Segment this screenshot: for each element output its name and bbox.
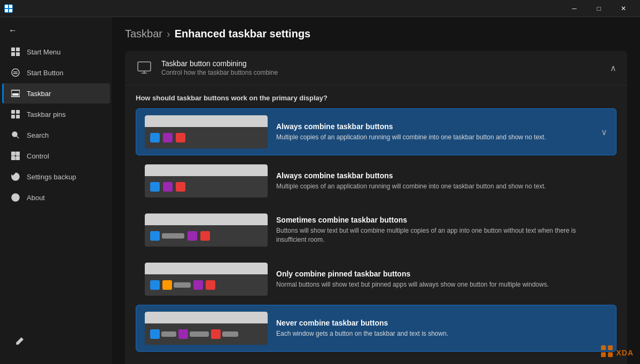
watermark-text: XDA <box>616 349 634 357</box>
preview-bottom-5 <box>145 323 268 345</box>
preview-line-5a <box>161 331 176 337</box>
taskbar-combining-section: Taskbar button combining Control how the… <box>125 51 627 364</box>
sidebar-item-edit[interactable] <box>9 331 31 351</box>
svg-rect-10 <box>13 73 18 74</box>
sidebar-label-settings-backup: Settings backup <box>27 173 76 181</box>
option-only-pinned[interactable]: Only combine pinned taskbar buttons Norm… <box>136 256 616 303</box>
sidebar-item-taskbar-pins[interactable]: Taskbar pins <box>2 104 110 124</box>
preview-top-1 <box>145 115 268 127</box>
svg-rect-32 <box>608 352 613 357</box>
app-layout: ← Start Menu Start Button Taskbar Taskba <box>0 17 640 364</box>
watermark: XDA <box>601 345 634 360</box>
preview-dot-blue-4 <box>150 280 160 290</box>
sidebar-label-start-menu: Start Menu <box>27 48 61 56</box>
preview-top-4 <box>145 263 268 274</box>
svg-rect-22 <box>16 156 20 160</box>
preview-dot-red-3 <box>200 231 210 241</box>
maximize-button[interactable]: □ <box>587 0 611 17</box>
svg-rect-0 <box>5 5 8 8</box>
search-icon <box>11 130 20 140</box>
close-button[interactable]: ✕ <box>611 0 636 17</box>
sidebar-item-control[interactable]: Control <box>2 146 110 166</box>
sidebar-label-search: Search <box>27 131 49 139</box>
preview-dot-purple-2 <box>163 182 173 192</box>
preview-bottom-4 <box>145 274 268 296</box>
option-sometimes-combine[interactable]: Sometimes combine taskbar buttons Button… <box>136 207 616 254</box>
option-preview-3 <box>145 213 268 247</box>
option-text-5: Never combine taskbar buttons Each windo… <box>276 319 607 338</box>
minimize-button[interactable]: ─ <box>562 0 587 17</box>
svg-rect-5 <box>16 48 20 51</box>
preview-top-5 <box>145 312 268 323</box>
svg-rect-2 <box>5 9 8 12</box>
sidebar-item-start-menu[interactable]: Start Menu <box>2 42 110 62</box>
back-arrow-icon: ← <box>9 26 17 35</box>
svg-rect-9 <box>13 72 18 73</box>
settings-backup-icon <box>11 172 20 181</box>
sidebar-item-taskbar[interactable]: Taskbar <box>2 83 110 104</box>
section-header[interactable]: Taskbar button combining Control how the… <box>125 51 627 85</box>
svg-rect-12 <box>12 93 19 96</box>
svg-rect-4 <box>11 48 15 51</box>
section-subtitle: Control how the taskbar buttons combine <box>161 69 278 76</box>
sidebar-item-start-button[interactable]: Start Button <box>2 62 110 83</box>
option-title-1: Always combine taskbar buttons <box>276 122 592 131</box>
sidebar-label-taskbar: Taskbar <box>27 90 51 98</box>
section-header-left: Taskbar button combining Control how the… <box>136 59 278 76</box>
option-desc-2: Multiple copies of an application runnin… <box>276 182 607 191</box>
preview-dot-red-2 <box>176 182 185 192</box>
preview-dot-red-5 <box>211 329 221 339</box>
svg-rect-15 <box>11 115 15 118</box>
sidebar-item-search[interactable]: Search <box>2 125 110 145</box>
svg-line-18 <box>17 136 19 138</box>
preview-top-3 <box>145 213 268 225</box>
breadcrumb: Taskbar › Enhanced taskbar settings <box>125 28 627 40</box>
option-expand-chevron-1[interactable]: ∨ <box>601 127 607 137</box>
preview-line-5c <box>222 331 238 337</box>
svg-rect-30 <box>608 345 613 350</box>
breadcrumb-separator: › <box>167 28 170 40</box>
section-header-text: Taskbar button combining Control how the… <box>161 59 278 76</box>
option-preview-5 <box>145 312 268 345</box>
option-preview-1 <box>145 115 268 148</box>
option-always-combine[interactable]: Always combine taskbar buttons Multiple … <box>136 157 616 204</box>
breadcrumb-current: Enhanced taskbar settings <box>175 28 311 40</box>
svg-rect-21 <box>11 156 15 160</box>
svg-rect-7 <box>16 52 20 56</box>
svg-rect-16 <box>16 115 20 118</box>
option-title-3: Sometimes combine taskbar buttons <box>276 216 607 224</box>
svg-point-25 <box>15 195 16 196</box>
section-title: Taskbar button combining <box>161 59 278 68</box>
section-collapse-chevron[interactable]: ∧ <box>610 63 616 73</box>
preview-bottom-3 <box>145 225 268 247</box>
svg-point-8 <box>12 69 19 76</box>
preview-dot-blue-2 <box>150 182 160 192</box>
svg-rect-1 <box>9 5 12 8</box>
sidebar-label-start-button: Start Button <box>27 69 64 77</box>
start-button-icon <box>11 68 20 77</box>
preview-bottom-1 <box>145 127 268 148</box>
preview-top-2 <box>145 164 268 176</box>
option-preview-4 <box>145 263 268 296</box>
svg-rect-3 <box>9 9 12 12</box>
sidebar-label-about: About <box>27 194 45 202</box>
back-button[interactable]: ← <box>0 21 112 39</box>
option-desc-3: Buttons will show text but will combine … <box>276 226 607 244</box>
preview-dot-purple-5 <box>178 329 188 339</box>
preview-dot-red-4 <box>206 280 215 290</box>
option-always-combine-selected[interactable]: Always combine taskbar buttons Multiple … <box>136 108 616 155</box>
preview-dot-blue-5 <box>150 329 160 339</box>
preview-dot-red-1 <box>176 133 185 143</box>
sidebar-item-about[interactable]: About <box>2 187 110 208</box>
app-icon <box>4 4 13 13</box>
sidebar-item-settings-backup[interactable]: Settings backup <box>2 167 110 187</box>
option-preview-2 <box>145 164 268 197</box>
option-never-combine[interactable]: Never combine taskbar buttons Each windo… <box>136 305 616 352</box>
start-menu-icon <box>11 47 20 57</box>
sidebar-label-taskbar-pins: Taskbar pins <box>27 110 66 118</box>
sidebar-label-control: Control <box>27 152 49 160</box>
taskbar-icon <box>11 89 20 98</box>
option-desc-4: Normal buttons will show text but pinned… <box>276 280 607 289</box>
monitor-icon <box>136 59 153 76</box>
breadcrumb-parent: Taskbar <box>125 28 162 40</box>
